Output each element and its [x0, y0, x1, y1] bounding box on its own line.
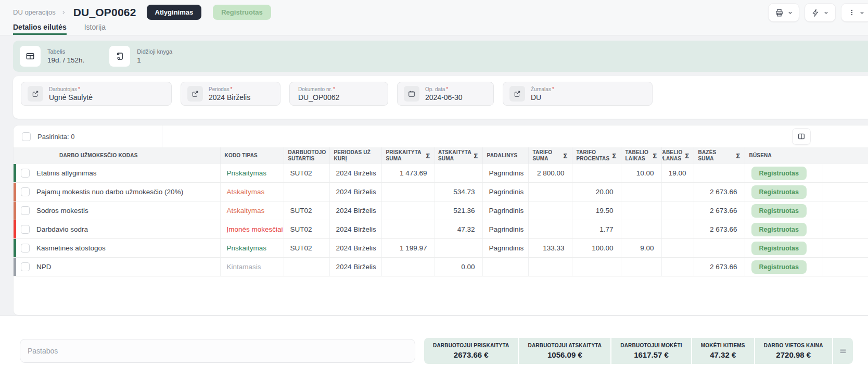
cell-spacer	[823, 258, 868, 276]
cell-name: Kasmetinės atostogos	[14, 239, 220, 258]
table-row[interactable]: Kasmetinės atostogosPriskaitymasSUT02202…	[14, 239, 868, 258]
cell-tabelio_laikas	[621, 201, 661, 220]
column-settings-button[interactable]	[792, 128, 811, 145]
column-header-kodo_tipas[interactable]: KODO TIPAS	[220, 147, 284, 164]
breadcrumb-parent[interactable]: DU operacijos	[13, 8, 56, 16]
cell-sutartis	[284, 183, 329, 201]
code-type-label: Atskaitymas	[227, 207, 265, 214]
summary-menu-button[interactable]	[833, 338, 853, 364]
cell-tarifo_procentas: 19.50	[572, 201, 621, 220]
table-row[interactable]: Etatinis atlyginimasPriskaitymasSUT02202…	[14, 164, 868, 183]
periodas-field[interactable]: Periodas* 2024 Birželis	[181, 82, 280, 106]
table-row[interactable]: NPDKintamasis2024 Birželis0.002 673.66Re…	[14, 258, 868, 276]
info-item-didzioji-knyga[interactable]: Didžioji knyga 1	[109, 46, 172, 67]
row-checkbox[interactable]	[21, 244, 30, 253]
row-checkbox[interactable]	[21, 187, 30, 196]
table-row[interactable]: Pajamų mokestis nuo darbo užmokesčio (20…	[14, 183, 868, 201]
cell-name: Etatinis atlyginimas	[14, 164, 220, 183]
info-label: Tabelis	[47, 48, 84, 55]
timesheet-table-icon	[20, 46, 41, 67]
table-row[interactable]: Sodros mokestisAtskaitymasSUT022024 Birž…	[14, 201, 868, 220]
info-item-tabelis[interactable]: Tabelis 19d. / 152h.	[20, 46, 84, 67]
column-header-periodas[interactable]: PERIODAS UŽ KURĮ	[329, 147, 381, 164]
dokumento-nr-field[interactable]: Dokumento nr.* DU_OP0062	[289, 82, 388, 106]
cell-priskaityta	[381, 183, 435, 201]
cell-padalinys: Pagrindinis	[482, 220, 528, 239]
column-header-tarifo_procentas[interactable]: TARIFO PROCENTASΣ	[572, 147, 621, 164]
column-header-tarifo_suma[interactable]: TARIFO SUMAΣ	[528, 147, 572, 164]
code-type-label: Priskaitymas	[227, 244, 267, 252]
cell-padalinys: Pagrindinis	[482, 201, 528, 220]
cell-tarifo_procentas: 20.00	[572, 183, 621, 201]
zurnalas-field[interactable]: Žurnalas* DU	[503, 82, 653, 106]
darbuotojas-field[interactable]: Darbuotojas* Ugnė Saulytė	[21, 82, 172, 106]
column-header-padalinys[interactable]: PADALINYS	[482, 147, 528, 164]
cell-bazes_suma	[694, 164, 745, 183]
cell-tarifo_suma: 2 800.00	[528, 164, 572, 183]
field-value: 2024 Birželis	[209, 93, 250, 102]
row-checkbox[interactable]	[21, 169, 30, 178]
column-label: DARBUOTOJO SUTARTIS	[288, 149, 326, 162]
sum-sigma-icon[interactable]: Σ	[563, 152, 567, 160]
cell-bazes_suma: 2 673.66	[694, 201, 745, 220]
cell-atskaityta: 47.32	[435, 220, 482, 239]
cell-tabelio_planas	[661, 183, 694, 201]
row-name: NPD	[36, 263, 52, 271]
sum-sigma-icon[interactable]: Σ	[685, 152, 689, 160]
cell-padalinys: Pagrindinis	[482, 164, 528, 183]
cell-periodas: 2024 Birželis	[329, 164, 381, 183]
automation-button[interactable]	[805, 3, 836, 22]
column-label: TARIFO SUMA	[533, 149, 561, 162]
sum-sigma-icon[interactable]: Σ	[474, 152, 478, 160]
tab-detalios-eilutes[interactable]: Detalios eilutės	[13, 23, 67, 35]
field-label: Žurnalas*	[531, 86, 554, 92]
tab-istorija[interactable]: Istorija	[84, 23, 106, 35]
sum-sigma-icon[interactable]: Σ	[426, 152, 430, 160]
cell-kodo_tipas: Priskaitymas	[220, 164, 284, 183]
row-color-bar	[14, 220, 16, 238]
external-link-icon[interactable]	[509, 86, 525, 102]
row-checkbox[interactable]	[21, 225, 30, 234]
sum-sigma-icon[interactable]: Σ	[736, 152, 740, 160]
column-header-name[interactable]: DARBO UŽMOKESČIO KODAS	[14, 147, 220, 164]
summary-darbo-vietos-kaina: DARBO VIETOS KAINA 2720.98 €	[755, 338, 833, 364]
calendar-icon[interactable]	[404, 86, 419, 102]
row-color-bar	[14, 183, 16, 201]
cell-tabelio_planas	[661, 201, 694, 220]
external-link-icon[interactable]	[187, 86, 203, 102]
op-data-field[interactable]: Op. data* 2024-06-30	[397, 82, 494, 106]
column-header-tabelio_laikas[interactable]: TABELIO LAIKASΣ	[621, 147, 661, 164]
column-label: DARBO UŽMOKESČIO KODAS	[59, 153, 138, 159]
external-link-icon[interactable]	[28, 86, 43, 102]
cell-kodo_tipas: Atskaitymas	[220, 183, 284, 201]
notes-input[interactable]	[20, 339, 415, 363]
column-header-priskaityta[interactable]: PRISKAITYTA SUMAΣ	[381, 147, 435, 164]
column-header-busena[interactable]: BŪSENA	[745, 147, 823, 164]
column-header-tabelio_planas[interactable]: TABELIO PLANASΣ	[661, 147, 694, 164]
row-name: Kasmetinės atostogos	[36, 244, 106, 252]
cell-sutartis: SUT02	[284, 220, 329, 239]
cell-tabelio_laikas: 9.00	[621, 239, 661, 258]
cell-atskaityta: 521.36	[435, 201, 482, 220]
sum-sigma-icon[interactable]: Σ	[612, 152, 616, 160]
column-label: TARIFO PROCENTAS	[577, 149, 610, 162]
cell-bazes_suma	[694, 239, 745, 258]
cell-tabelio_planas	[661, 220, 694, 239]
column-header-atskaityta[interactable]: ATSKAITYTA SUMAΣ	[435, 147, 482, 164]
row-checkbox[interactable]	[21, 262, 30, 271]
row-checkbox[interactable]	[21, 206, 30, 215]
select-all-checkbox[interactable]	[22, 132, 31, 141]
print-button[interactable]	[768, 3, 799, 22]
cell-tarifo_procentas	[572, 164, 621, 183]
column-header-sutartis[interactable]: DARBUOTOJO SUTARTIS	[284, 147, 329, 164]
ledger-scroll-icon	[109, 46, 130, 67]
sum-sigma-icon[interactable]: Σ	[653, 152, 657, 160]
cell-spacer	[823, 220, 868, 239]
status-badge-top: Registruotas	[213, 5, 271, 20]
chevron-down-icon	[859, 10, 865, 16]
more-button[interactable]	[841, 3, 868, 22]
cell-sutartis: SUT02	[284, 201, 329, 220]
cell-tabelio_laikas	[621, 220, 661, 239]
table-row[interactable]: Darbdavio sodraĮmonės mokesčiaiSUT022024…	[14, 220, 868, 239]
column-header-bazes_suma[interactable]: BAZĖS SUMAΣ	[694, 147, 745, 164]
